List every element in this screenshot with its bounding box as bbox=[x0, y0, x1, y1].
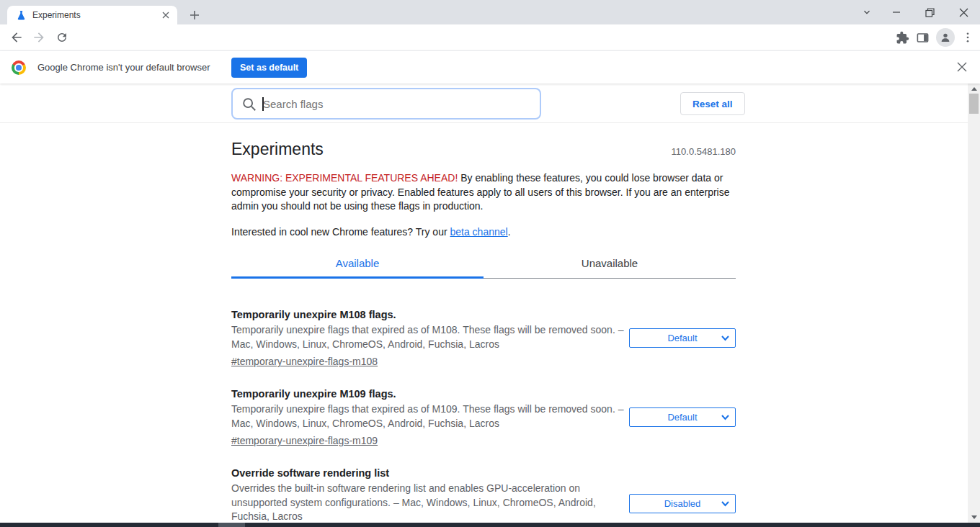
infobar-message: Google Chrome isn't your default browser bbox=[37, 62, 210, 73]
menu-kebab-icon[interactable] bbox=[961, 31, 974, 44]
side-panel-icon[interactable] bbox=[916, 31, 930, 45]
flag-description: Temporarily unexpire flags that expired … bbox=[231, 323, 629, 351]
beta-channel-link[interactable]: beta channel bbox=[450, 226, 507, 238]
warning-label: WARNING: EXPERIMENTAL FEATURES AHEAD! bbox=[231, 172, 458, 184]
flags-page-main: Experiments 110.0.5481.180 WARNING: EXPE… bbox=[231, 123, 736, 527]
vertical-scrollbar[interactable] bbox=[968, 84, 980, 523]
forward-button[interactable] bbox=[30, 29, 48, 46]
beaker-favicon-icon bbox=[16, 10, 27, 21]
flag-permalink[interactable]: #temporary-unexpire-flags-m109 bbox=[231, 435, 378, 446]
reset-all-button[interactable]: Reset all bbox=[680, 92, 745, 115]
page-title: Experiments bbox=[231, 140, 324, 159]
tab-title: Experiments bbox=[32, 10, 160, 20]
tab-unavailable[interactable]: Unavailable bbox=[484, 253, 736, 279]
flag-title: Temporarily unexpire M108 flags. bbox=[231, 307, 629, 322]
flag-title: Temporarily unexpire M109 flags. bbox=[231, 387, 629, 401]
tab-search-chevron-icon[interactable] bbox=[850, 0, 883, 24]
tab-close-icon[interactable] bbox=[160, 9, 172, 21]
extensions-puzzle-icon[interactable] bbox=[896, 31, 909, 45]
select-chevron-icon bbox=[721, 415, 729, 420]
default-browser-infobar: Google Chrome isn't your default browser… bbox=[0, 50, 980, 84]
profile-avatar[interactable] bbox=[936, 28, 955, 47]
browser-tab[interactable]: Experiments bbox=[7, 6, 177, 24]
flag-value-select[interactable]: Default bbox=[629, 407, 736, 427]
reload-button[interactable] bbox=[53, 29, 71, 46]
promo-prefix: Interested in cool new Chrome features? … bbox=[231, 226, 450, 238]
chrome-version: 110.0.5481.180 bbox=[672, 146, 736, 157]
flag-select-value: Default bbox=[667, 412, 697, 423]
flag-row: Temporarily unexpire M108 flags. Tempora… bbox=[231, 307, 736, 368]
flag-description: Overrides the built-in software renderin… bbox=[231, 482, 629, 524]
scroll-down-icon[interactable] bbox=[968, 512, 980, 523]
promo-suffix: . bbox=[508, 226, 511, 238]
set-as-default-button[interactable]: Set as default bbox=[231, 58, 307, 78]
window-minimize-button[interactable] bbox=[880, 0, 913, 24]
experimental-warning: WARNING: EXPERIMENTAL FEATURES AHEAD! By… bbox=[231, 171, 736, 214]
flag-select-value: Disabled bbox=[664, 498, 701, 509]
scrollbar-thumb[interactable] bbox=[969, 94, 979, 114]
flags-tabs: Available Unavailable bbox=[231, 253, 736, 279]
search-magnifier-icon bbox=[241, 96, 257, 112]
flags-search-header: Reset all bbox=[0, 84, 968, 123]
flag-title: Override software rendering list bbox=[231, 466, 629, 480]
flags-list: Temporarily unexpire M108 flags. Tempora… bbox=[231, 307, 736, 527]
flag-row: Temporarily unexpire M109 flags. Tempora… bbox=[231, 387, 736, 447]
select-chevron-icon bbox=[721, 335, 729, 341]
window-close-button[interactable] bbox=[947, 0, 980, 24]
chrome-logo-icon bbox=[12, 60, 26, 75]
search-input[interactable] bbox=[263, 91, 530, 117]
back-button[interactable] bbox=[8, 29, 25, 46]
taskbar-edge bbox=[0, 523, 980, 527]
window-restore-button[interactable] bbox=[913, 0, 946, 24]
scroll-up-icon[interactable] bbox=[968, 84, 980, 94]
tab-available[interactable]: Available bbox=[231, 253, 484, 279]
search-flags-box[interactable] bbox=[231, 88, 541, 120]
taskbar-app-segment bbox=[218, 523, 245, 527]
flag-description: Temporarily unexpire flags that expired … bbox=[231, 402, 629, 431]
flag-row: Override software rendering list Overrid… bbox=[231, 466, 736, 527]
flag-value-select[interactable]: Default bbox=[629, 328, 736, 348]
infobar-close-icon[interactable] bbox=[957, 62, 967, 72]
new-tab-button[interactable] bbox=[184, 6, 205, 24]
tab-strip: Experiments bbox=[0, 0, 980, 24]
flag-permalink[interactable]: #temporary-unexpire-flags-m108 bbox=[231, 356, 378, 367]
browser-toolbar: Chrome chrome://flags bbox=[0, 24, 980, 50]
select-chevron-icon bbox=[721, 501, 729, 507]
flag-select-value: Default bbox=[667, 333, 697, 343]
beta-promo: Interested in cool new Chrome features? … bbox=[231, 225, 736, 240]
flag-value-select[interactable]: Disabled bbox=[629, 494, 736, 513]
